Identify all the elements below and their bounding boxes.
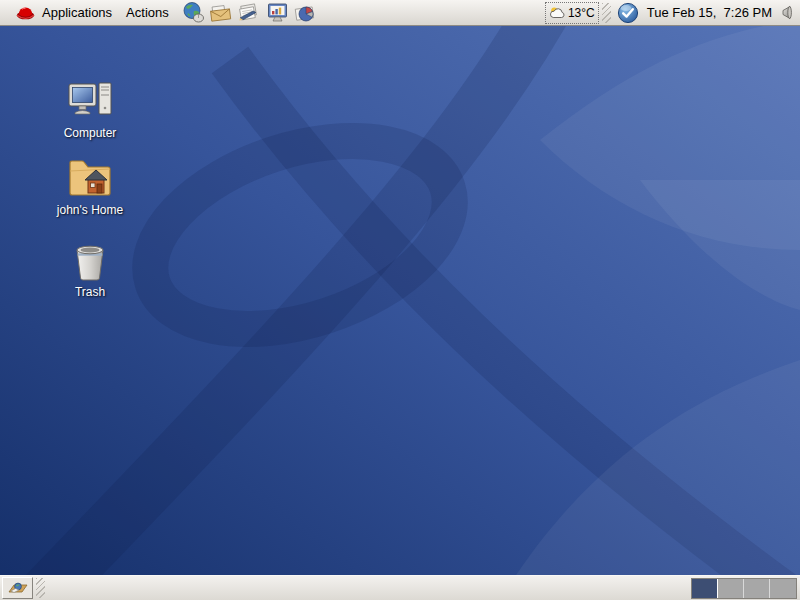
- desktop-icon-label: Computer: [64, 126, 117, 140]
- spreadsheet-launcher-icon[interactable]: [293, 1, 318, 25]
- bottom-panel: [0, 575, 800, 600]
- window-list-drag-handle[interactable]: [36, 578, 45, 598]
- computer-icon: [67, 80, 113, 124]
- desktop-icon-label: john's Home: [57, 203, 123, 217]
- update-notifier-icon[interactable]: [617, 2, 639, 24]
- show-desktop-icon: [7, 579, 29, 597]
- workspace-switcher: [691, 578, 797, 599]
- word-processor-launcher-icon[interactable]: [237, 1, 262, 25]
- desktop-icon-computer[interactable]: Computer: [35, 80, 145, 140]
- clock-applet[interactable]: Tue Feb 15, 7:26 PM: [647, 5, 772, 20]
- actions-menu[interactable]: Actions: [119, 0, 176, 25]
- redhat-menu-icon[interactable]: [16, 3, 35, 22]
- trash-icon: [71, 241, 109, 283]
- weather-temperature: 13°C: [568, 6, 595, 20]
- applications-menu[interactable]: Applications: [35, 0, 119, 25]
- workspace-2[interactable]: [718, 579, 744, 598]
- applet-drag-handle[interactable]: [602, 3, 611, 23]
- email-launcher-icon[interactable]: [209, 1, 234, 25]
- show-desktop-button[interactable]: [2, 577, 33, 599]
- desktop-area[interactable]: Computer john's Home: [0, 26, 800, 575]
- desktop-icon-home[interactable]: john's Home: [35, 157, 145, 217]
- launcher-group: [181, 1, 318, 25]
- workspace-1[interactable]: [692, 579, 718, 598]
- desktop-icon-label: Trash: [75, 285, 105, 299]
- web-browser-launcher-icon[interactable]: [181, 1, 206, 25]
- presentation-launcher-icon[interactable]: [265, 1, 290, 25]
- workspace-4[interactable]: [770, 579, 796, 598]
- top-panel: Applications Actions: [0, 0, 800, 26]
- desktop-icon-trash[interactable]: Trash: [35, 241, 145, 299]
- weather-cloud-icon: [549, 6, 566, 20]
- workspace-3[interactable]: [744, 579, 770, 598]
- weather-applet[interactable]: 13°C: [545, 2, 599, 24]
- home-folder-icon: [66, 157, 114, 201]
- volume-icon[interactable]: [777, 4, 794, 21]
